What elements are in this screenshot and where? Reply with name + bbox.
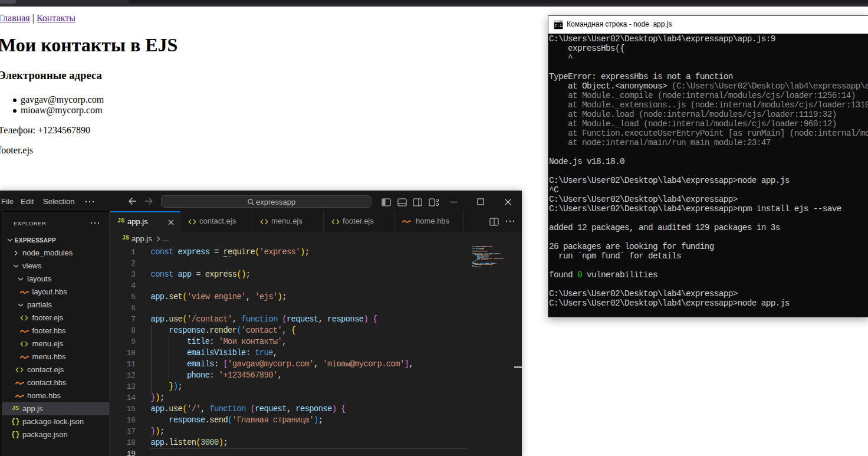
svg-text:C:\: C:\ <box>555 24 563 28</box>
